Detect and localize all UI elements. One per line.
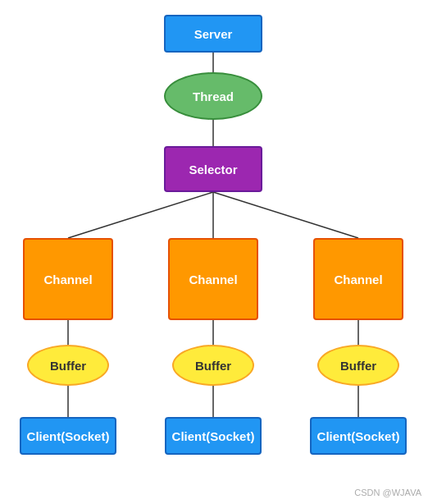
selector-label: Selector <box>189 163 237 176</box>
buffer-mid-node: Buffer <box>172 345 254 386</box>
thread-node: Thread <box>164 72 262 120</box>
channel-left-node: Channel <box>23 238 113 320</box>
channel-right-label: Channel <box>334 273 382 286</box>
diagram: Server Thread Selector Channel Channel C… <box>0 0 428 504</box>
client-mid-label: Client(Socket) <box>172 429 255 443</box>
selector-node: Selector <box>164 146 262 192</box>
buffer-mid-label: Buffer <box>195 359 231 373</box>
thread-label: Thread <box>193 89 234 103</box>
client-left-label: Client(Socket) <box>27 429 110 443</box>
channel-mid-label: Channel <box>189 273 237 286</box>
client-mid-node: Client(Socket) <box>165 417 262 455</box>
svg-line-2 <box>68 192 213 238</box>
channel-right-node: Channel <box>313 238 403 320</box>
server-label: Server <box>194 27 233 41</box>
buffer-right-label: Buffer <box>340 359 376 373</box>
channel-left-label: Channel <box>43 273 92 286</box>
watermark: CSDN @WJAVA <box>354 488 421 497</box>
buffer-right-node: Buffer <box>317 345 399 386</box>
server-node: Server <box>164 15 262 53</box>
buffer-left-label: Buffer <box>50 359 86 373</box>
svg-line-4 <box>213 192 358 238</box>
client-left-node: Client(Socket) <box>20 417 116 455</box>
channel-mid-node: Channel <box>168 238 258 320</box>
client-right-node: Client(Socket) <box>310 417 407 455</box>
buffer-left-node: Buffer <box>27 345 109 386</box>
client-right-label: Client(Socket) <box>317 429 400 443</box>
